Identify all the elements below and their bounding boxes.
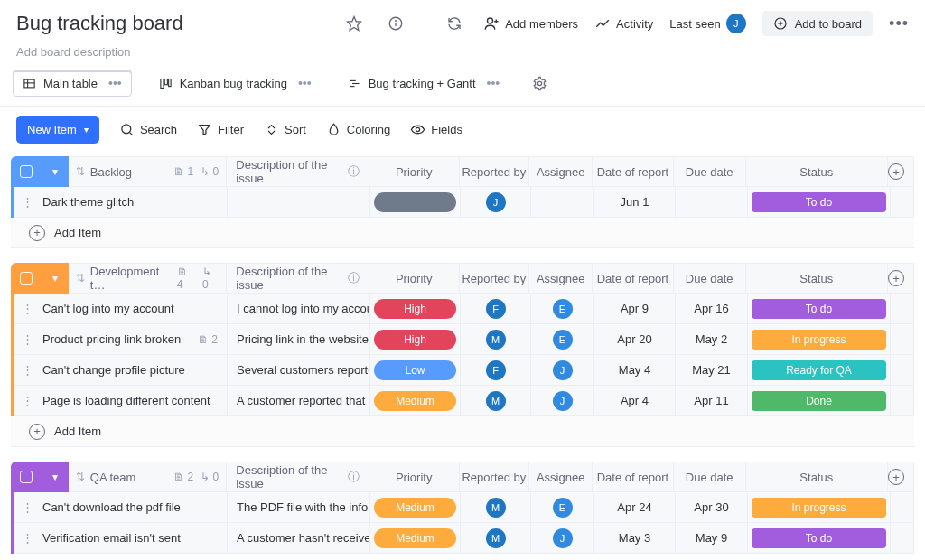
col-date-report[interactable]: Date of report bbox=[593, 462, 674, 492]
item-description[interactable]: Pricing link in the website navi… bbox=[228, 324, 370, 355]
item-assignee[interactable] bbox=[531, 187, 594, 218]
item-reporter[interactable]: M bbox=[461, 324, 531, 355]
group-name-cell[interactable]: ⇅ Development t… 🗎 4 ↳ 0 bbox=[69, 263, 227, 294]
info-icon[interactable]: ⓘ bbox=[348, 163, 360, 180]
reporter-avatar[interactable]: M bbox=[486, 391, 506, 411]
group-collapse-icon[interactable]: ▾ bbox=[42, 156, 69, 187]
col-priority[interactable]: Priority bbox=[369, 263, 460, 294]
row-menu-icon[interactable]: ⋮ bbox=[22, 332, 33, 346]
col-due-date[interactable]: Due date bbox=[674, 462, 746, 492]
assignee-avatar[interactable]: E bbox=[553, 498, 573, 518]
star-icon[interactable] bbox=[341, 11, 367, 36]
reporter-avatar[interactable]: J bbox=[486, 192, 506, 212]
coloring-button[interactable]: Coloring bbox=[326, 122, 390, 137]
item-description[interactable]: The PDF file with the informati… bbox=[228, 492, 370, 523]
item-assignee[interactable]: J bbox=[531, 355, 594, 386]
item-assignee[interactable]: E bbox=[531, 324, 594, 355]
row-menu-icon[interactable]: ⋮ bbox=[22, 363, 33, 377]
item-due[interactable]: Apr 30 bbox=[676, 492, 748, 523]
fields-button[interactable]: Fields bbox=[410, 122, 462, 137]
item-priority[interactable]: Medium bbox=[370, 386, 461, 416]
add-item-row[interactable]: +Add Item bbox=[11, 416, 914, 447]
item-status[interactable]: To do bbox=[748, 294, 891, 324]
priority-pill[interactable] bbox=[374, 192, 456, 212]
col-due-date[interactable]: Due date bbox=[674, 263, 746, 294]
priority-pill[interactable]: Medium bbox=[374, 391, 456, 411]
col-assignee[interactable]: Assignee bbox=[529, 462, 593, 492]
reporter-avatar[interactable]: F bbox=[486, 299, 506, 319]
item-due[interactable]: May 9 bbox=[676, 523, 748, 554]
assignee-avatar[interactable]: J bbox=[553, 528, 573, 548]
row-menu-icon[interactable]: ⋮ bbox=[22, 195, 33, 209]
row-menu-icon[interactable]: ⋮ bbox=[22, 531, 33, 545]
info-icon[interactable]: ⓘ bbox=[348, 270, 360, 286]
priority-pill[interactable]: High bbox=[374, 299, 456, 319]
priority-pill[interactable]: Medium bbox=[374, 498, 456, 518]
row-menu-icon[interactable]: ⋮ bbox=[22, 500, 33, 514]
add-members-button[interactable]: Add members bbox=[483, 15, 578, 32]
col-description[interactable]: Description of the issueⓘ bbox=[227, 462, 369, 492]
col-priority[interactable]: Priority bbox=[369, 156, 460, 187]
item-name-cell[interactable]: ⋮ Verification email isn't sent bbox=[14, 523, 228, 554]
item-assignee[interactable]: J bbox=[531, 386, 594, 416]
add-item-row[interactable]: +Add Item bbox=[11, 218, 914, 248]
item-due[interactable]: May 21 bbox=[676, 355, 748, 386]
item-name-cell[interactable]: ⋮ Can't log into my account bbox=[14, 294, 228, 324]
item-due[interactable] bbox=[676, 187, 748, 218]
item-description[interactable] bbox=[228, 187, 370, 218]
item-due[interactable]: May 2 bbox=[676, 324, 748, 355]
item-status[interactable]: In progress bbox=[748, 324, 891, 355]
file-badge[interactable]: 🗎 2 bbox=[198, 333, 218, 346]
item-date[interactable]: Apr 4 bbox=[594, 386, 676, 416]
col-reported-by[interactable]: Reported by bbox=[460, 156, 530, 187]
view-tab[interactable]: Kanban bug tracking••• bbox=[150, 70, 321, 96]
group-checkbox[interactable] bbox=[11, 156, 42, 187]
item-date[interactable]: May 3 bbox=[594, 523, 676, 554]
item-description[interactable]: A customer reported that whe… bbox=[228, 386, 370, 416]
item-date[interactable]: Apr 9 bbox=[594, 294, 676, 324]
view-tab[interactable]: Bug tracking + Gantt••• bbox=[339, 70, 509, 96]
item-date[interactable]: Jun 1 bbox=[594, 187, 676, 218]
item-reporter[interactable]: M bbox=[461, 492, 531, 523]
drag-handle-icon[interactable]: ⇅ bbox=[76, 165, 85, 178]
priority-pill[interactable]: Low bbox=[374, 360, 456, 380]
item-priority[interactable]: High bbox=[370, 294, 461, 324]
priority-pill[interactable]: High bbox=[374, 330, 456, 350]
reporter-avatar[interactable]: M bbox=[486, 330, 506, 350]
col-priority[interactable]: Priority bbox=[369, 462, 460, 492]
last-seen[interactable]: Last seen J bbox=[669, 14, 745, 33]
chevron-down-icon[interactable]: ▾ bbox=[84, 125, 89, 135]
item-description[interactable]: Several customers reported n… bbox=[228, 355, 370, 386]
assignee-avatar[interactable]: J bbox=[553, 391, 573, 411]
col-status[interactable]: Status bbox=[746, 263, 889, 294]
item-status[interactable]: To do bbox=[748, 187, 891, 218]
reporter-avatar[interactable]: F bbox=[486, 360, 506, 380]
col-status[interactable]: Status bbox=[746, 462, 889, 492]
item-reporter[interactable]: F bbox=[461, 294, 531, 324]
row-menu-icon[interactable]: ⋮ bbox=[22, 302, 33, 315]
drag-handle-icon[interactable]: ⇅ bbox=[76, 471, 85, 483]
item-priority[interactable]: High bbox=[370, 324, 461, 355]
group-name-cell[interactable]: ⇅ Backlog 🗎 1 ↳ 0 bbox=[69, 156, 227, 187]
item-reporter[interactable]: J bbox=[461, 187, 531, 218]
add-column[interactable]: + bbox=[888, 263, 914, 294]
board-description[interactable]: Add board description bbox=[0, 40, 925, 70]
item-name-cell[interactable]: ⋮ Can't download the pdf file bbox=[14, 492, 228, 523]
item-priority[interactable]: Medium bbox=[370, 523, 461, 554]
drag-handle-icon[interactable]: ⇅ bbox=[76, 272, 85, 285]
col-assignee[interactable]: Assignee bbox=[529, 263, 593, 294]
col-reported-by[interactable]: Reported by bbox=[460, 263, 530, 294]
item-priority[interactable]: Medium bbox=[370, 492, 461, 523]
item-priority[interactable] bbox=[370, 187, 461, 218]
item-status[interactable]: In progress bbox=[748, 492, 891, 523]
group-name-cell[interactable]: ⇅ QA team 🗎 2 ↳ 0 bbox=[69, 462, 227, 492]
item-assignee[interactable]: E bbox=[531, 492, 594, 523]
group-checkbox[interactable] bbox=[11, 263, 42, 294]
view-more-icon[interactable]: ••• bbox=[298, 76, 312, 90]
col-status[interactable]: Status bbox=[746, 156, 889, 187]
col-description[interactable]: Description of the issueⓘ bbox=[227, 156, 369, 187]
filter-button[interactable]: Filter bbox=[197, 122, 244, 137]
item-name-cell[interactable]: ⋮ Page is loading different content bbox=[14, 386, 228, 416]
reporter-avatar[interactable]: M bbox=[486, 528, 506, 548]
add-column[interactable]: + bbox=[888, 462, 914, 492]
